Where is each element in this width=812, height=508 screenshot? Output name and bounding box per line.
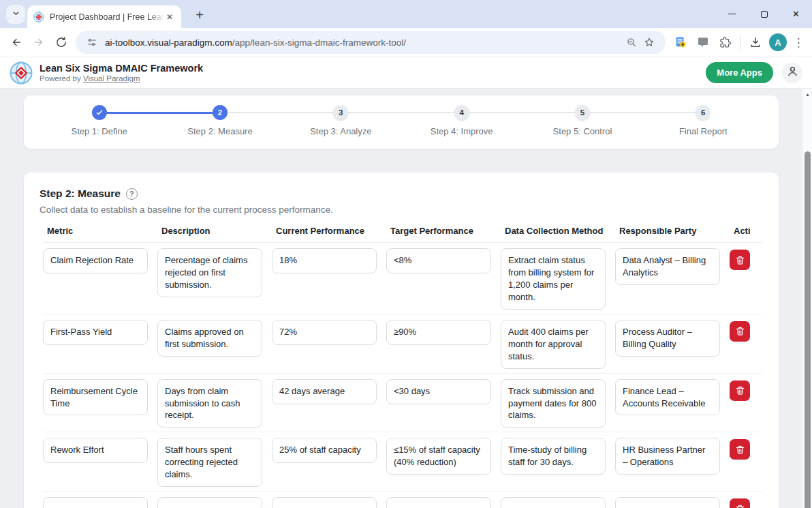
step-label: Step 4: Improve: [401, 126, 522, 136]
visual-paradigm-link[interactable]: Visual Paradigm: [83, 74, 140, 83]
metric-input[interactable]: Rework Effort: [43, 438, 148, 463]
responsible-party-input[interactable]: HR Business Partner – Operations: [615, 438, 720, 475]
delete-row-button[interactable]: [730, 321, 750, 342]
metric-row-4: Rework EffortStaff hours spent correctin…: [43, 432, 762, 492]
app-header: Lean Six Sigma DMAIC Framework Powered b…: [0, 57, 812, 89]
app-title: Lean Six Sigma DMAIC Framework: [40, 63, 203, 74]
column-header: Target Performance: [386, 226, 491, 236]
trash-icon: [735, 326, 745, 336]
dmaic-stepper: Step 1: Define2Step 2: Measure3Step 3: A…: [39, 105, 764, 136]
metrics-table: MetricDescriptionCurrent PerformanceTarg…: [43, 226, 762, 508]
target-performance-input[interactable]: <30 days: [386, 379, 491, 404]
address-bar[interactable]: ai-toolbox.visual-paradigm.com/app/lean-…: [76, 31, 666, 54]
data-collection-method-input[interactable]: [501, 497, 606, 508]
url-text: ai-toolbox.visual-paradigm.com/app/lean-…: [105, 38, 406, 48]
stepper-step-3[interactable]: 3Step 3: Analyze: [281, 105, 401, 136]
visual-paradigm-logo-icon: [10, 61, 33, 85]
responsible-party-input[interactable]: [615, 497, 720, 508]
more-apps-button[interactable]: More Apps: [706, 62, 773, 83]
current-performance-input[interactable]: 25% of staff capacity: [272, 438, 377, 463]
target-performance-input[interactable]: ≥90%: [386, 320, 491, 345]
description-input[interactable]: [157, 497, 262, 508]
close-button[interactable]: ✕: [780, 0, 812, 28]
browser-window: Project Dashboard | Free Lean S ✕ + ✕ ai…: [0, 0, 812, 57]
minimize-icon: [728, 14, 736, 15]
profile-avatar[interactable]: A: [769, 33, 787, 51]
responsible-party-input[interactable]: Finance Lead – Accounts Receivable: [615, 379, 720, 416]
description-input[interactable]: Days from claim submission to cash recei…: [157, 379, 262, 428]
step-track: 6: [643, 105, 764, 120]
current-performance-input[interactable]: 72%: [272, 320, 377, 345]
delete-row-button[interactable]: [730, 380, 750, 401]
maximize-button[interactable]: [748, 0, 780, 28]
target-performance-input[interactable]: ≤15% of staff capacity (40% reduction): [386, 438, 491, 475]
metric-row-5: [43, 492, 762, 508]
bookmark-star-icon[interactable]: [640, 33, 658, 51]
step-track: 4: [401, 105, 522, 120]
target-performance-input[interactable]: <8%: [386, 248, 491, 273]
minimize-button[interactable]: [716, 0, 748, 28]
stepper-step-6[interactable]: 6Final Report: [643, 105, 764, 136]
trash-icon: [735, 504, 745, 508]
help-icon[interactable]: ?: [126, 188, 138, 200]
current-performance-input[interactable]: 18%: [272, 248, 377, 273]
responsible-party-input[interactable]: Process Auditor – Billing Quality: [615, 320, 720, 357]
trash-icon: [735, 445, 745, 455]
reload-button[interactable]: [50, 31, 72, 54]
data-collection-method-input[interactable]: Extract claim status from billing system…: [501, 248, 606, 310]
description-input[interactable]: Claims approved on first submission.: [157, 320, 262, 357]
target-performance-input[interactable]: [386, 497, 491, 508]
action-cell: [730, 497, 750, 508]
metric-input[interactable]: [43, 497, 148, 508]
delete-row-button[interactable]: [730, 250, 750, 270]
delete-row-button[interactable]: [730, 498, 750, 508]
metric-input[interactable]: First-Pass Yield: [43, 320, 148, 345]
step-number-badge: 6: [696, 105, 710, 120]
scrollbar-up-arrow-icon[interactable]: ▲: [802, 92, 812, 97]
tab-close-icon[interactable]: ✕: [164, 11, 175, 23]
downloads-icon[interactable]: [744, 31, 766, 54]
step-connector: [107, 112, 160, 114]
back-button[interactable]: [5, 31, 27, 54]
person-icon: [786, 65, 799, 80]
stepper-step-5[interactable]: 5Step 5: Control: [522, 105, 642, 136]
current-performance-input[interactable]: [272, 497, 377, 508]
app-titles: Lean Six Sigma DMAIC Framework Powered b…: [40, 63, 203, 83]
metric-input[interactable]: Claim Rejection Rate: [43, 248, 148, 273]
browser-toolbar: ai-toolbox.visual-paradigm.com/app/lean-…: [0, 28, 812, 57]
step-connector: [643, 112, 696, 113]
stepper-step-1[interactable]: Step 1: Define: [39, 105, 159, 136]
metric-row-2: First-Pass YieldClaims approved on first…: [43, 314, 762, 374]
page-scrollbar[interactable]: ▲: [802, 89, 812, 508]
current-performance-input[interactable]: 42 days average: [272, 379, 377, 404]
stepper-step-2[interactable]: 2Step 2: Measure: [159, 105, 280, 136]
browser-tab[interactable]: Project Dashboard | Free Lean S ✕: [27, 5, 181, 28]
data-collection-method-input[interactable]: Audit 400 claims per month for approval …: [501, 320, 606, 369]
new-tab-button[interactable]: +: [191, 6, 208, 24]
extensions-puzzle-icon[interactable]: [714, 31, 736, 54]
step-number-badge: 4: [454, 105, 469, 120]
data-collection-method-input[interactable]: Track submission and payment dates for 8…: [501, 379, 606, 428]
site-settings-icon[interactable]: [83, 33, 101, 51]
user-profile-button[interactable]: [782, 63, 802, 83]
comment-extension-icon[interactable]: [691, 31, 714, 54]
reading-list-extension-icon[interactable]: [669, 31, 691, 54]
description-input[interactable]: Percentage of claims rejected on first s…: [157, 248, 262, 297]
step-number-badge: 5: [575, 105, 590, 120]
powered-by: Powered by Visual Paradigm: [40, 74, 203, 83]
delete-row-button[interactable]: [730, 439, 750, 460]
step-number-badge: 2: [213, 105, 228, 120]
description-input[interactable]: Staff hours spent correcting rejected cl…: [157, 438, 262, 487]
zoom-out-icon[interactable]: [623, 33, 640, 51]
scrollbar-thumb[interactable]: [805, 151, 811, 508]
column-header: Responsible Party: [615, 226, 720, 236]
responsible-party-input[interactable]: Data Analyst – Billing Analytics: [615, 248, 720, 285]
forward-button[interactable]: [27, 31, 50, 54]
data-collection-method-input[interactable]: Time-study of billing staff for 30 days.: [501, 438, 606, 475]
browser-menu-icon[interactable]: ⋮: [790, 35, 807, 50]
column-header: Description: [157, 226, 262, 236]
step-track: 5: [522, 105, 642, 120]
tab-search-button[interactable]: [6, 5, 25, 24]
metric-input[interactable]: Reimbursement Cycle Time: [43, 379, 148, 416]
stepper-step-4[interactable]: 4Step 4: Improve: [401, 105, 522, 136]
